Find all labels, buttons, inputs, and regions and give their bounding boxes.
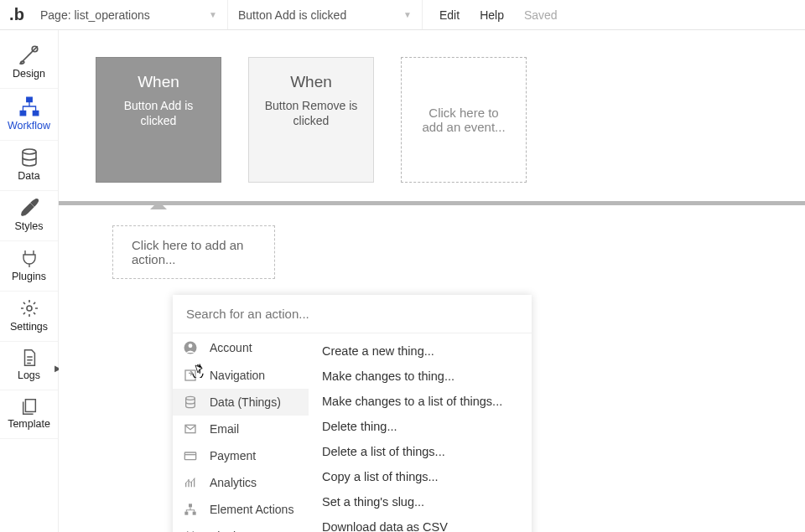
event-when-label: When [138, 73, 179, 91]
gear-icon [19, 298, 39, 318]
event-when-label: When [290, 73, 332, 91]
action-download-csv[interactable]: Download data as CSV [309, 514, 532, 532]
sidebar-item-label: Styles [14, 220, 43, 232]
action-search-input[interactable] [173, 295, 532, 333]
category-label: Account [210, 341, 252, 354]
action-delete-thing[interactable]: Delete thing... [309, 414, 532, 439]
event-desc: Button Add is clicked [96, 98, 221, 128]
navigation-icon [183, 369, 198, 382]
database-icon [19, 147, 39, 168]
brush-icon [19, 198, 39, 218]
action-set-slug[interactable]: Set a thing's slug... [309, 489, 532, 514]
database-icon [183, 395, 198, 409]
workflow-icon [18, 96, 40, 117]
page-selector[interactable]: Page: list_operations ▼ [34, 0, 228, 29]
svg-rect-6 [25, 400, 35, 412]
sidebar-item-styles[interactable]: Styles [0, 191, 58, 241]
category-plugins[interactable]: Plugins [173, 523, 309, 532]
email-icon [183, 422, 198, 436]
analytics-icon [183, 476, 198, 489]
category-label: Data (Things) [210, 395, 281, 409]
menu-help[interactable]: Help [480, 8, 504, 22]
svg-rect-15 [193, 512, 196, 515]
svg-point-8 [189, 343, 193, 348]
category-element-actions[interactable]: Element Actions [173, 496, 309, 523]
add-action-button[interactable]: Click here to add an action... [112, 225, 275, 279]
sidebar-item-plugins[interactable]: Plugins [0, 241, 58, 292]
sidebar-item-label: Logs [18, 369, 40, 381]
action-delete-list[interactable]: Delete a list of things... [309, 439, 532, 464]
workflow-canvas: When Button Add is clicked When Button R… [59, 30, 805, 532]
sidebar-item-logs[interactable]: Logs [0, 342, 58, 390]
category-label: Email [210, 422, 239, 436]
save-status: Saved [524, 8, 558, 22]
logo[interactable]: .b [0, 5, 34, 24]
event-selector[interactable]: Button Add is clicked ▼ [228, 0, 423, 29]
page-selector-label: Page: list_operations [40, 8, 150, 22]
topbar: .b Page: list_operations ▼ Button Add is… [0, 0, 805, 30]
sidebar: Design Workflow Data Styles Plugins Sett… [0, 30, 59, 532]
chevron-down-icon: ▼ [209, 10, 217, 19]
sidebar-item-label: Workflow [8, 120, 50, 132]
sidebar-item-label: Template [8, 418, 50, 430]
payment-icon [183, 449, 198, 462]
event-selector-label: Button Add is clicked [238, 8, 346, 22]
account-icon [183, 340, 198, 355]
add-event-card[interactable]: Click here to add an event... [401, 57, 527, 183]
sidebar-item-design[interactable]: Design [0, 37, 58, 89]
action-list-column: Create a new thing... Make changes to th… [309, 333, 532, 532]
category-data-things[interactable]: Data (Things) [173, 389, 309, 416]
svg-point-10 [186, 396, 195, 400]
event-desc: Button Remove is clicked [249, 98, 373, 128]
add-action-label: Click here to add an action... [132, 238, 243, 266]
svg-rect-2 [20, 111, 26, 115]
document-icon [20, 349, 39, 367]
chevron-down-icon: ▼ [403, 10, 412, 19]
sidebar-item-data[interactable]: Data [0, 141, 58, 191]
category-label: Element Actions [210, 503, 293, 516]
sidebar-item-label: Plugins [12, 271, 46, 282]
svg-point-4 [23, 149, 36, 154]
svg-rect-3 [33, 111, 39, 115]
top-menus: Edit Help Saved [423, 8, 558, 22]
category-account[interactable]: Account [173, 333, 309, 362]
sidebar-item-label: Settings [10, 321, 48, 333]
category-label: Analytics [210, 476, 257, 489]
event-card-active[interactable]: When Button Add is clicked [96, 57, 221, 183]
action-make-changes-list[interactable]: Make changes to a list of things... [309, 389, 532, 414]
category-label: Payment [210, 449, 256, 462]
actions-area: Click here to add an action... [59, 205, 805, 279]
sidebar-item-label: Data [18, 170, 39, 182]
category-email[interactable]: Email [173, 416, 309, 442]
event-card[interactable]: When Button Remove is clicked [248, 57, 374, 183]
sidebar-item-template[interactable]: Template [0, 390, 58, 439]
svg-rect-14 [184, 512, 188, 515]
action-copy-list[interactable]: Copy a list of things... [309, 464, 532, 489]
svg-rect-1 [26, 97, 32, 101]
svg-rect-13 [189, 504, 192, 507]
design-icon [18, 44, 40, 65]
events-row: When Button Add is clicked When Button R… [59, 30, 805, 205]
svg-rect-12 [184, 452, 195, 460]
action-picker-popup: Account Navigation Data (Things) Em [173, 295, 532, 532]
plug-icon [19, 248, 39, 268]
category-analytics[interactable]: Analytics [173, 469, 309, 496]
category-navigation[interactable]: Navigation [173, 362, 309, 389]
add-event-label: Click here to add an event... [417, 106, 511, 134]
element-icon [183, 503, 198, 516]
action-make-changes-thing[interactable]: Make changes to thing... [309, 364, 532, 389]
action-create-thing[interactable]: Create a new thing... [309, 338, 532, 364]
svg-point-5 [27, 306, 32, 311]
stack-icon [20, 397, 39, 416]
menu-edit[interactable]: Edit [439, 8, 460, 22]
category-label: Navigation [210, 369, 265, 382]
sidebar-item-label: Design [13, 68, 45, 80]
category-payment[interactable]: Payment [173, 442, 309, 469]
action-category-column: Account Navigation Data (Things) Em [173, 333, 309, 532]
sidebar-item-settings[interactable]: Settings [0, 292, 58, 342]
sidebar-item-workflow[interactable]: Workflow [0, 89, 58, 141]
